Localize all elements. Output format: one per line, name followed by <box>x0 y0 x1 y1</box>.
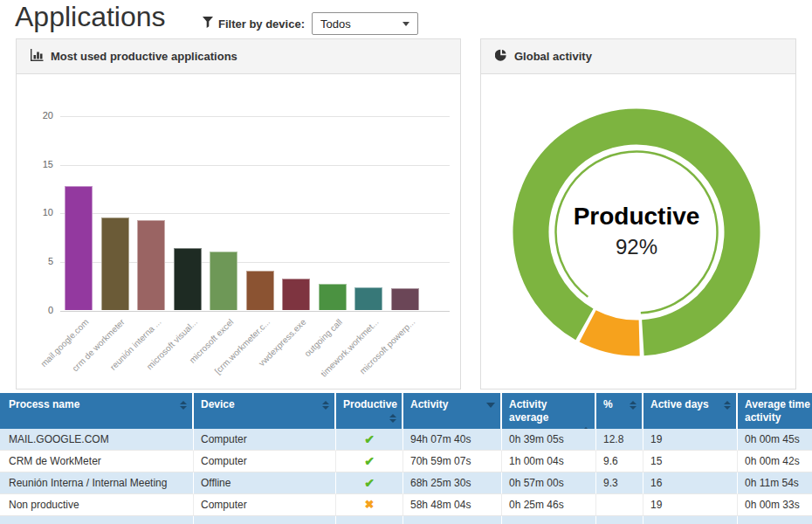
bar-microsoft visual...[interactable] <box>174 248 202 310</box>
table-row: Reunión Interna / Internal MeetingOfflin… <box>0 472 812 494</box>
cell-activity-average: 0h 25m 46s <box>502 494 596 516</box>
column-label: Active days <box>650 398 709 411</box>
sort-both-icon <box>630 398 637 411</box>
cell-productive: ✖ <box>336 494 403 516</box>
cell-average-time: 0h 11m 54s <box>738 472 812 494</box>
donut-slice-non-productive[interactable] <box>588 326 639 338</box>
column-header-device[interactable]: Device <box>194 393 336 429</box>
bar-chart: 05101520mail.google.comcrm de workmeterr… <box>17 75 460 389</box>
column-header--[interactable]: % <box>596 393 643 429</box>
filter-label: Filter by device: <box>218 17 305 31</box>
cell-empty <box>643 516 738 524</box>
bar-chart-icon <box>31 49 44 65</box>
y-gridline <box>60 165 450 166</box>
bar-mail.google.com[interactable] <box>65 186 93 310</box>
column-label: Process name <box>9 398 79 411</box>
column-header-average-time-x-activity[interactable]: Average time x activity <box>738 393 812 429</box>
column-header-active-days[interactable]: Active days <box>643 393 738 429</box>
device-filter-value: Todos <box>320 17 351 31</box>
bar-chart-panel: Most used productive applications 051015… <box>16 38 461 390</box>
cell-activity: 70h 59m 07s <box>403 451 502 472</box>
y-gridline <box>60 116 450 117</box>
cell-active-days: 15 <box>643 451 738 472</box>
table-row: Non productiveComputer✖58h 48m 04s0h 25m… <box>0 494 812 516</box>
cell-active-days: 19 <box>643 429 738 451</box>
column-label: Device <box>201 398 235 411</box>
check-icon: ✔ <box>364 432 375 446</box>
column-header-productive[interactable]: Productive <box>336 393 403 429</box>
cell-activity: 94h 07m 40s <box>403 429 502 451</box>
cell-device: Computer <box>194 451 336 472</box>
y-axis-tick-label: 5 <box>17 256 53 266</box>
sort-both-icon <box>322 398 329 411</box>
table-row: CRM de WorkMeterComputer✔70h 59m 07s1h 0… <box>0 451 812 472</box>
cell-empty <box>336 516 403 524</box>
device-filter-select[interactable]: Todos <box>312 12 418 35</box>
sort-desc-icon <box>486 398 495 411</box>
bar-microsoft excel[interactable] <box>210 252 237 311</box>
cell-percent: 9.6 <box>596 451 643 472</box>
cell-average-time: 0h 00m 42s <box>738 451 812 472</box>
y-axis-tick-label: 20 <box>17 110 53 121</box>
column-label: Average time x activity <box>745 398 812 424</box>
column-label: % <box>603 398 613 411</box>
donut-chart-panel: Global activity Productive 92% <box>480 38 796 390</box>
donut-center-category: Productive <box>574 202 700 231</box>
y-axis-tick-label: 0 <box>17 305 53 315</box>
cell-percent: 9.3 <box>596 472 643 494</box>
column-header-activity-average[interactable]: Activity average <box>502 393 596 429</box>
bar-vwdexpress.exe[interactable] <box>282 279 310 311</box>
bar-outgoing call[interactable] <box>319 284 347 310</box>
y-axis-tick-label: 15 <box>17 159 53 169</box>
y-axis-tick-label: 10 <box>17 207 53 217</box>
donut-panel-title: Global activity <box>514 50 592 63</box>
column-header-process-name[interactable]: Process name <box>0 393 194 429</box>
bar-timework.workmet...[interactable] <box>354 287 382 311</box>
cell-activity: 68h 25m 30s <box>403 472 502 494</box>
cell-activity-average: 0h 39m 05s <box>502 429 596 451</box>
bar-reunión interna ...[interactable] <box>137 220 165 310</box>
column-label: Activity <box>410 398 448 411</box>
cell-average-time: 0h 00m 33s <box>738 494 812 516</box>
cell-process-name: Reunión Interna / Internal Meeting <box>0 472 194 494</box>
donut-center-percent: 92% <box>574 231 700 263</box>
sort-both-icon <box>180 398 187 411</box>
cell-process-name: Non productive <box>0 494 194 516</box>
check-icon: ✔ <box>364 454 375 468</box>
y-gridline <box>60 311 450 312</box>
funnel-icon <box>203 16 213 31</box>
cell-empty <box>0 516 194 524</box>
device-filter: Filter by device: Todos <box>203 12 418 35</box>
cell-device: Computer <box>194 429 336 451</box>
chevron-down-icon <box>403 22 409 26</box>
cell-average-time: 0h 00m 45s <box>738 429 812 451</box>
cell-empty <box>403 516 502 524</box>
cell-percent: 12.8 <box>596 429 643 451</box>
pie-chart-icon <box>495 49 507 65</box>
sort-both-icon <box>724 398 731 411</box>
bar-[crm.workmeter.c...[interactable] <box>246 271 274 311</box>
donut-chart: Productive 92% <box>481 75 795 389</box>
cross-icon: ✖ <box>365 498 375 511</box>
bar-panel-header: Most used productive applications <box>17 39 460 74</box>
cell-productive: ✔ <box>336 451 403 472</box>
column-header-activity[interactable]: Activity <box>403 393 502 429</box>
cell-activity-average: 1h 00m 04s <box>502 451 596 472</box>
application-dashboard: Applications Filter by device: Todos Mos… <box>0 0 812 524</box>
donut-center-label: Productive 92% <box>574 202 700 263</box>
table-row: MAIL.GOOGLE.COMComputer✔94h 07m 40s0h 39… <box>0 429 812 451</box>
y-gridline <box>60 213 450 214</box>
page-title: Applications <box>15 1 166 33</box>
cell-activity-average: 0h 57m 00s <box>502 472 596 494</box>
cell-activity: 58h 48m 04s <box>403 494 502 516</box>
cell-active-days: 16 <box>643 472 738 494</box>
cell-productive: ✔ <box>336 429 403 451</box>
bar-crm de workmeter[interactable] <box>101 217 129 311</box>
cell-device: Offline <box>194 472 336 494</box>
cell-device: Computer <box>194 494 336 516</box>
table-row-partial <box>0 516 812 524</box>
cell-empty <box>596 516 643 524</box>
process-table-header: Process nameDeviceProductiveActivityActi… <box>0 393 812 429</box>
bar-microsoft powerp...[interactable] <box>391 288 419 311</box>
column-label: Activity average <box>509 398 586 424</box>
